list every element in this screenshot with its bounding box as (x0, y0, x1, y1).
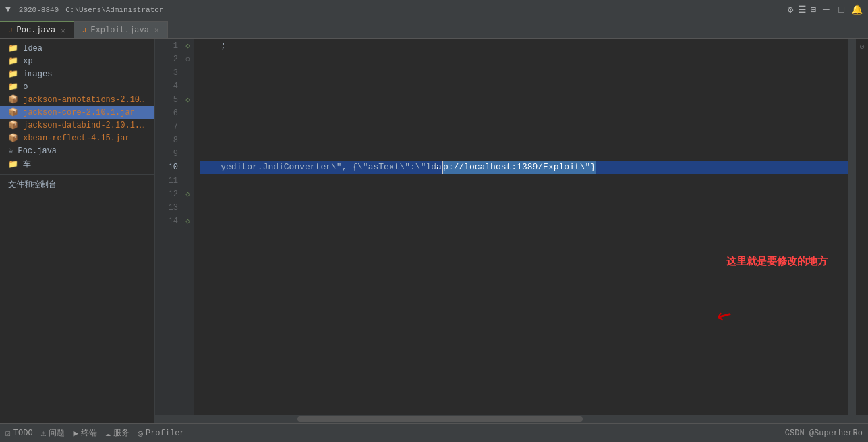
tab-label-exploit: Exploit.java (90, 26, 148, 35)
status-issue[interactable]: ⚠ 问题 (41, 427, 65, 439)
line-num-10: 10 (169, 161, 178, 174)
project-path: 2020-8840 (16, 5, 61, 16)
code-line-13 (200, 201, 848, 215)
line-num-2: 2 (173, 53, 178, 66)
terminal-icon: ▶ (73, 428, 78, 439)
gutter-13 (182, 201, 194, 215)
sidebar-item-xbean[interactable]: 📦 xbean-reflect-4.15.jar (0, 132, 154, 144)
settings-icon[interactable]: ⚙ (788, 4, 793, 16)
terminal-label: 终端 (81, 427, 97, 439)
sidebar-item-jackson-core[interactable]: 📦 jackson-core-2.10.1.jar (0, 106, 154, 119)
tab-icon-exploit: J (82, 26, 87, 34)
gutter-5[interactable]: ◇ (182, 93, 194, 107)
status-service[interactable]: ☁ 服务 (105, 427, 129, 439)
sidebar: 📁 Idea 📁 xp 📁 images 📁 o 📦 jackson-annot… (0, 39, 155, 423)
split-icon[interactable]: ⊟ (811, 4, 816, 16)
todo-label: TODO (13, 429, 33, 438)
cursor: a (436, 161, 443, 174)
folder-icon-o: 📁 (8, 82, 23, 92)
gutter: ◇ ⊖ ◇ ◇ ◇ (182, 39, 194, 415)
title-bar: ▼ 2020-8840 C:\Users\Administrator ⚙ ☰ ⊟… (0, 0, 868, 20)
sidebar-item-o[interactable]: 📁 o (0, 80, 154, 93)
gutter-12[interactable]: ◇ (182, 188, 194, 201)
h-scrollbar-thumb[interactable] (297, 416, 583, 422)
sidebar-item-idea[interactable]: 📁 Idea (0, 42, 154, 55)
app-menu-icon[interactable]: ▼ (5, 5, 11, 15)
gutter-2[interactable]: ⊖ (182, 53, 194, 66)
folder-icon-idea: 📁 (8, 44, 23, 53)
jar-icon-databind: 📦 (8, 121, 23, 130)
code-line-9 (200, 147, 848, 161)
layout-icon[interactable]: ☰ (798, 4, 807, 16)
tab-poc-java[interactable]: J Poc.java ✕ (0, 21, 74, 38)
tab-close-poc[interactable]: ✕ (61, 26, 65, 35)
status-terminal[interactable]: ▶ 终端 (73, 427, 97, 439)
sidebar-item-images[interactable]: 📁 images (0, 67, 154, 80)
todo-icon: ☑ (5, 428, 11, 439)
line-num-14: 14 (169, 215, 178, 228)
line-num-1: 1 (173, 39, 178, 53)
code-line-1: ; (200, 39, 848, 53)
line-numbers: 1 2 3 4 5 6 7 8 9 10 11 12 13 14 (155, 39, 182, 415)
line-num-12: 12 (169, 188, 178, 201)
line-num-7: 7 (173, 120, 178, 134)
tab-exploit-java[interactable]: J Exploit.java ✕ (74, 21, 168, 38)
sidebar-item-file-console[interactable]: 文件和控制台 (0, 177, 154, 192)
sidebar-divider (0, 174, 154, 175)
line-num-4: 4 (173, 80, 178, 93)
sidebar-item-che[interactable]: 📁 车 (0, 157, 154, 171)
gutter-7 (182, 120, 194, 134)
tab-icon-poc: J (8, 26, 13, 34)
window-controls: ⚙ ☰ ⊟ ─ □ 🔔 (788, 4, 863, 16)
sidebar-item-xp[interactable]: 📁 xp (0, 55, 154, 67)
folder-icon-xp: 📁 (8, 57, 23, 66)
vertical-scrollbar[interactable] (848, 39, 856, 415)
line-num-13: 13 (169, 201, 178, 215)
gutter-14[interactable]: ◇ (182, 215, 194, 228)
tab-bar: J Poc.java ✕ J Exploit.java ✕ (0, 20, 868, 39)
maximize-button[interactable]: □ (836, 5, 847, 16)
sidebar-item-jackson-databind[interactable]: 📦 jackson-databind-2.10.1.jar (0, 119, 154, 132)
tab-label-poc: Poc.java (17, 26, 56, 35)
status-bar: ☑ TODO ⚠ 问题 ▶ 终端 ☁ 服务 ◎ Profiler CSDN @S… (0, 423, 868, 442)
title-menu: 2020-8840 C:\Users\Administrator (16, 5, 167, 16)
status-todo[interactable]: ☑ TODO (5, 428, 33, 439)
code-line-14 (200, 215, 848, 228)
main-area: 📁 Idea 📁 xp 📁 images 📁 o 📦 jackson-annot… (0, 39, 868, 423)
profiler-icon: ◎ (138, 428, 143, 439)
service-label: 服务 (113, 427, 129, 439)
line-num-8: 8 (173, 134, 178, 147)
issue-icon: ⚠ (41, 428, 47, 439)
jar-icon-annotations: 📦 (8, 95, 23, 105)
editor-area: 1 2 3 4 5 6 7 8 9 10 11 12 13 14 ◇ ⊖ (155, 39, 868, 423)
notification-icon[interactable]: 🔔 (851, 4, 863, 16)
gutter-3 (182, 66, 194, 80)
code-line-2 (200, 53, 848, 66)
gutter-8 (182, 134, 194, 147)
java-icon-poc: ☕ (8, 146, 18, 156)
right-edge-icon: ⊘ (859, 42, 864, 52)
gutter-11 (182, 174, 194, 188)
code-line-10: yeditor.JndiConverter\", {\"asText\":\"l… (200, 161, 848, 174)
code-line-5 (200, 93, 848, 107)
gutter-6 (182, 107, 194, 120)
sidebar-item-jackson-annotations[interactable]: 📦 jackson-annotations-2.10.1.jar (0, 93, 154, 106)
minimize-button[interactable]: ─ (820, 4, 832, 16)
project-path-detail: C:\Users\Administrator (63, 5, 166, 16)
profiler-label: Profiler (146, 429, 185, 438)
code-editor[interactable]: ; yeditor.JndiConverter\", {\"asText\":\… (194, 39, 848, 415)
gutter-1[interactable]: ◇ (182, 39, 194, 53)
line-num-3: 3 (173, 66, 178, 80)
code-line-6 (200, 107, 848, 120)
code-line-8 (200, 134, 848, 147)
line-num-9: 9 (173, 147, 178, 161)
tab-close-exploit[interactable]: ✕ (154, 26, 159, 34)
code-line-12 (200, 188, 848, 201)
sidebar-item-poc-java[interactable]: ☕ Poc.java (0, 144, 154, 157)
line-num-11: 11 (169, 174, 178, 188)
status-profiler[interactable]: ◎ Profiler (138, 428, 184, 439)
editor-content[interactable]: 1 2 3 4 5 6 7 8 9 10 11 12 13 14 ◇ ⊖ (155, 39, 868, 415)
gutter-9 (182, 147, 194, 161)
gutter-10 (182, 161, 194, 174)
horizontal-scrollbar[interactable] (155, 415, 868, 423)
